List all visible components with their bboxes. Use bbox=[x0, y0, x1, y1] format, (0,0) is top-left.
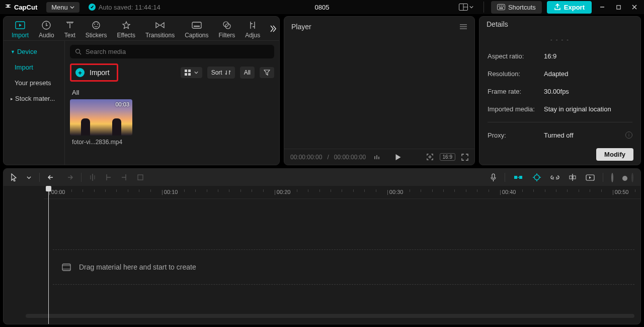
brand: CapCut bbox=[4, 3, 37, 11]
magnet-main-button[interactable] bbox=[511, 172, 525, 183]
nav-device[interactable]: ▼Device bbox=[4, 44, 64, 59]
trim-right-tool[interactable] bbox=[119, 171, 130, 183]
shortcuts-button[interactable]: Shortcuts bbox=[491, 1, 542, 14]
tab-effects[interactable]: Effects bbox=[112, 18, 140, 39]
auto-snap-button[interactable] bbox=[530, 171, 543, 183]
timeline-scrollbar[interactable] bbox=[26, 314, 634, 318]
media-thumbnail[interactable]: 00:03 fotor-vi...2836.mp4 bbox=[70, 99, 132, 146]
close-button[interactable] bbox=[629, 2, 640, 13]
details-collapse-dots[interactable]: - - - - bbox=[488, 34, 632, 47]
timeline-toolbar bbox=[4, 169, 640, 186]
align-button[interactable] bbox=[567, 171, 579, 183]
brand-text: CapCut bbox=[14, 4, 37, 11]
minimize-button[interactable] bbox=[597, 2, 608, 13]
zoom-out-button[interactable] bbox=[609, 172, 615, 183]
sort-button[interactable]: Sort bbox=[207, 67, 235, 79]
svg-point-31 bbox=[429, 156, 431, 158]
filter-all-button[interactable]: All bbox=[240, 67, 255, 79]
svg-point-12 bbox=[93, 22, 100, 29]
tab-label: Text bbox=[64, 32, 75, 39]
player-viewport[interactable] bbox=[284, 37, 474, 149]
tab-stickers[interactable]: Stickers bbox=[80, 18, 112, 39]
caret-right-icon: ▸ bbox=[11, 96, 13, 101]
timeline-scale-icon[interactable] bbox=[374, 154, 381, 160]
modify-button[interactable]: Modify bbox=[596, 148, 633, 161]
filter-button[interactable] bbox=[260, 67, 274, 78]
separator bbox=[488, 122, 632, 122]
svg-point-13 bbox=[94, 24, 95, 25]
clip-icon bbox=[62, 264, 71, 271]
tab-adjust[interactable]: Adjus bbox=[240, 18, 265, 39]
voiceover-button[interactable] bbox=[488, 171, 499, 184]
play-button[interactable] bbox=[395, 154, 401, 161]
search-icon bbox=[75, 48, 82, 55]
menu-button[interactable]: Menu bbox=[46, 2, 79, 13]
detail-value: Turned off bbox=[544, 132, 574, 139]
info-icon[interactable]: i bbox=[625, 132, 632, 139]
svg-point-40 bbox=[534, 175, 539, 180]
tab-audio[interactable]: Audio bbox=[34, 18, 59, 39]
tabs-scroll-right[interactable] bbox=[268, 24, 277, 33]
timeline-drop-zone[interactable]: Drag material here and start to create bbox=[53, 249, 634, 285]
ratio-badge[interactable]: 16:9 bbox=[440, 153, 455, 161]
svg-point-19 bbox=[76, 49, 80, 53]
redo-button[interactable] bbox=[63, 172, 75, 183]
maximize-button[interactable] bbox=[613, 2, 624, 13]
svg-rect-46 bbox=[570, 176, 572, 179]
import-label: Import bbox=[90, 69, 110, 77]
timeline-ruler[interactable]: 00:00 00:10 00:20 00:30 00:40 00:50 bbox=[44, 186, 640, 199]
player-controls: 00:00:00:00 / 00:00:00:00 16:9 bbox=[284, 149, 474, 165]
trim-left-tool[interactable] bbox=[103, 171, 114, 183]
tab-import[interactable]: Import bbox=[7, 18, 34, 39]
scan-icon[interactable] bbox=[426, 153, 434, 161]
check-icon bbox=[89, 4, 96, 11]
timeline-panel: 00:00 00:10 00:20 00:30 00:40 00:50 Drag… bbox=[3, 168, 641, 324]
asset-tabs: Import Audio Text Stickers Effects Trans… bbox=[4, 17, 279, 41]
time-separator: / bbox=[327, 154, 329, 161]
tool-dropdown[interactable] bbox=[25, 173, 33, 182]
chevron-down-icon bbox=[70, 5, 74, 10]
drop-hint-text: Drag material here and start to create bbox=[79, 263, 196, 271]
fullscreen-icon[interactable] bbox=[461, 154, 468, 161]
layout-preset-button[interactable] bbox=[456, 2, 476, 13]
zoom-slider[interactable] bbox=[620, 175, 624, 179]
playhead[interactable] bbox=[48, 187, 49, 324]
nav-stock[interactable]: ▸Stock mater... bbox=[4, 91, 64, 106]
detail-key: Aspect ratio: bbox=[488, 52, 544, 60]
player-title: Player bbox=[291, 23, 311, 31]
modify-label: Modify bbox=[604, 151, 625, 158]
tab-captions[interactable]: Captions bbox=[180, 18, 213, 39]
plus-icon: + bbox=[75, 68, 85, 77]
ruler-mark: 00:30 bbox=[387, 189, 403, 195]
search-input[interactable]: Search media bbox=[70, 45, 274, 58]
split-tool[interactable] bbox=[88, 171, 98, 183]
tab-label: Stickers bbox=[86, 32, 107, 39]
tab-transitions[interactable]: Transitions bbox=[140, 18, 180, 39]
import-button[interactable]: + Import bbox=[70, 63, 118, 82]
selection-tool[interactable] bbox=[9, 171, 20, 183]
time-current: 00:00:00:00 bbox=[290, 154, 322, 161]
view-mode-button[interactable] bbox=[181, 67, 202, 78]
nav-import[interactable]: Import bbox=[4, 59, 64, 75]
svg-rect-47 bbox=[573, 176, 576, 179]
project-title: 0805 bbox=[315, 4, 330, 11]
svg-rect-3 bbox=[497, 5, 505, 10]
details-panel: Details - - - - Aspect ratio:16:9 Resolu… bbox=[479, 16, 641, 165]
tab-filters[interactable]: Filters bbox=[214, 18, 240, 39]
link-button[interactable] bbox=[548, 172, 561, 182]
player-menu-button[interactable] bbox=[459, 24, 467, 30]
crop-tool[interactable] bbox=[135, 172, 146, 183]
undo-button[interactable] bbox=[46, 172, 58, 183]
nav-presets[interactable]: Your presets bbox=[4, 75, 64, 91]
detail-value: 16:9 bbox=[544, 52, 556, 60]
detail-key: Imported media: bbox=[488, 105, 544, 113]
preview-render-button[interactable] bbox=[584, 172, 597, 183]
svg-point-17 bbox=[223, 22, 228, 27]
timeline-body[interactable]: 00:00 00:10 00:20 00:30 00:40 00:50 Drag… bbox=[4, 186, 640, 324]
effects-icon bbox=[121, 20, 131, 30]
tab-text[interactable]: Text bbox=[59, 18, 80, 39]
tab-label: Filters bbox=[219, 32, 235, 39]
tab-label: Audio bbox=[39, 32, 54, 39]
zoom-in-button[interactable] bbox=[629, 172, 635, 183]
export-button[interactable]: Export bbox=[547, 1, 592, 14]
